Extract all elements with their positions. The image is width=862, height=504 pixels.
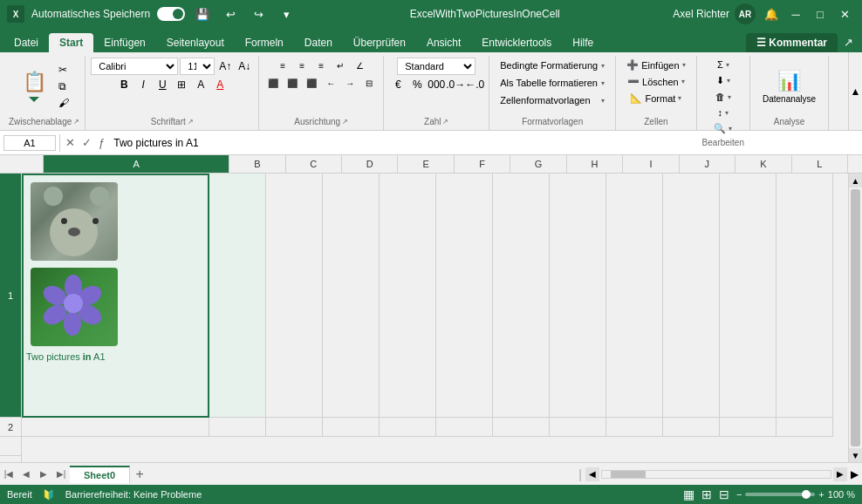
row-header-4[interactable] [0, 456, 21, 462]
font-size-select[interactable]: 11 [180, 58, 215, 75]
number-format-select[interactable]: Standard [397, 58, 475, 75]
fill-color-button[interactable]: A [192, 77, 209, 92]
cell-H1[interactable] [550, 174, 606, 418]
cell-L1[interactable] [776, 174, 833, 418]
row-header-1[interactable]: 1 [0, 174, 21, 418]
tab-hilfe[interactable]: Hilfe [562, 33, 604, 52]
view-page-btn[interactable]: ⊟ [719, 487, 729, 501]
tab-ansicht[interactable]: Ansicht [416, 33, 471, 52]
clipboard-label[interactable]: Zwischenablage ↗ [9, 115, 79, 128]
clear-btn[interactable]: 🗑▾ [710, 90, 736, 104]
tab-seitenlayout[interactable]: Seitenlayout [156, 33, 235, 52]
tab-entwicklertools[interactable]: Entwicklertools [471, 33, 562, 52]
delete-cells-btn[interactable]: ➖ Löschen ▾ [622, 74, 690, 89]
border-button[interactable]: ⊞ [173, 77, 190, 92]
sum-btn[interactable]: Σ▾ [712, 58, 735, 72]
indent-increase-btn[interactable]: → [341, 75, 359, 91]
cell-J1[interactable] [663, 174, 720, 418]
share-button[interactable]: ↗ [838, 31, 859, 52]
thousands-btn[interactable]: 000 [428, 77, 445, 92]
h-scroll-track[interactable] [601, 470, 831, 479]
tab-ueberpruefen[interactable]: Überprüfen [343, 33, 416, 52]
cell-H2[interactable] [550, 418, 606, 437]
cell-E1[interactable] [380, 174, 436, 418]
cell-K1[interactable] [720, 174, 776, 418]
vertical-scrollbar[interactable]: ▲ ▼ [848, 174, 862, 462]
cell-A1[interactable]: Two pictures in A1 [22, 174, 209, 418]
styles-label[interactable]: Formatvorlagen [522, 115, 583, 128]
cell-C2[interactable] [266, 418, 323, 437]
cell-I1[interactable] [606, 174, 663, 418]
scrollbar-thumb[interactable] [851, 189, 860, 446]
format-cells-btn[interactable]: 📐 Format ▾ [625, 91, 687, 106]
minimize-button[interactable]: ─ [785, 3, 806, 24]
col-header-A[interactable]: A [44, 155, 229, 173]
cell-B2[interactable] [209, 418, 266, 437]
align-center-btn[interactable]: ⬛ [284, 75, 301, 91]
horizontal-scrollbar[interactable]: ◀ ▶ [585, 467, 847, 481]
user-avatar[interactable]: AR [735, 3, 756, 24]
col-header-D[interactable]: D [342, 155, 398, 173]
cell-A2[interactable] [22, 418, 209, 437]
cell-J2[interactable] [663, 418, 720, 437]
zoom-slider-thumb[interactable] [802, 490, 811, 499]
col-header-H[interactable]: H [567, 155, 623, 173]
cell-C1[interactable] [266, 174, 323, 418]
underline-button[interactable]: U [154, 77, 171, 92]
row-header-2[interactable]: 2 [0, 418, 21, 437]
col-header-B[interactable]: B [229, 155, 285, 173]
tab-daten[interactable]: Daten [294, 33, 343, 52]
align-right-btn[interactable]: ⬛ [303, 75, 320, 91]
undo-button[interactable]: ↩ [220, 3, 241, 24]
sheet-nav-next[interactable]: ▶ [35, 466, 52, 483]
einfuegen-button[interactable]: 📋 [15, 60, 53, 112]
font-label[interactable]: Schriftart ↗ [151, 115, 194, 128]
percent-btn[interactable]: % [408, 77, 426, 92]
tab-formeln[interactable]: Formeln [235, 33, 294, 52]
copy-button[interactable]: ⧉ [55, 78, 73, 94]
sort-btn[interactable]: ↕▾ [713, 106, 735, 119]
sheet-tab-sheet0[interactable]: Sheet0 [70, 466, 130, 483]
conditional-format-btn[interactable]: Bedingte Formatierung ▾ [495, 58, 610, 73]
alignment-label[interactable]: Ausrichtung ↗ [294, 115, 348, 128]
fill-btn[interactable]: ⬇▾ [711, 73, 735, 88]
align-top-right-btn[interactable]: ≡ [312, 58, 330, 73]
add-sheet-button[interactable]: + [130, 465, 149, 484]
close-button[interactable]: ✕ [834, 3, 855, 24]
wrap-text-btn[interactable]: ↵ [332, 58, 349, 73]
number-label[interactable]: Zahl ↗ [424, 115, 448, 128]
angle-text-btn[interactable]: ∠ [351, 58, 368, 73]
cell-D1[interactable] [323, 174, 380, 418]
view-normal-btn[interactable]: ▦ [683, 487, 694, 501]
ribbon-collapse-button[interactable]: ▲ [848, 52, 862, 130]
sheet-nav-first[interactable]: |◀ [0, 466, 17, 483]
ribbon-display-button[interactable]: 🔔 [761, 3, 782, 24]
font-family-select[interactable]: Calibri [91, 58, 178, 75]
align-top-center-btn[interactable]: ≡ [293, 58, 311, 73]
cell-B1[interactable] [209, 174, 266, 418]
decrease-decimal-btn[interactable]: ←.0 [466, 77, 483, 92]
increase-decimal-btn[interactable]: .0→ [447, 77, 464, 92]
customize-button[interactable]: ▾ [276, 3, 297, 24]
confirm-formula-btn[interactable]: ✓ [80, 134, 93, 151]
tab-datei[interactable]: Datei [3, 33, 49, 52]
cell-I2[interactable] [606, 418, 663, 437]
save-button[interactable]: 💾 [192, 3, 213, 24]
datenanalyse-button[interactable]: 📊 Datenanalyse [756, 60, 823, 112]
merge-btn[interactable]: ⊟ [360, 75, 378, 91]
italic-button[interactable]: I [134, 77, 152, 92]
indent-decrease-btn[interactable]: ← [322, 75, 339, 91]
increase-font-btn[interactable]: A↑ [216, 58, 234, 74]
h-scroll-end-btn[interactable]: ▶ [847, 468, 862, 480]
bold-button[interactable]: B [115, 77, 133, 92]
sheet-nav-prev[interactable]: ◀ [17, 466, 35, 483]
col-header-C[interactable]: C [286, 155, 342, 173]
formula-input[interactable] [110, 135, 859, 151]
cell-F1[interactable] [436, 174, 493, 418]
cancel-formula-btn[interactable]: ✕ [64, 134, 77, 151]
cut-button[interactable]: ✂ [55, 62, 73, 78]
decrease-font-btn[interactable]: A↓ [236, 58, 253, 74]
tab-einfuegen[interactable]: Einfügen [93, 33, 155, 52]
sheet-nav-last[interactable]: ▶| [52, 466, 70, 483]
insert-cells-btn[interactable]: ➕ Einfügen ▾ [621, 58, 690, 72]
